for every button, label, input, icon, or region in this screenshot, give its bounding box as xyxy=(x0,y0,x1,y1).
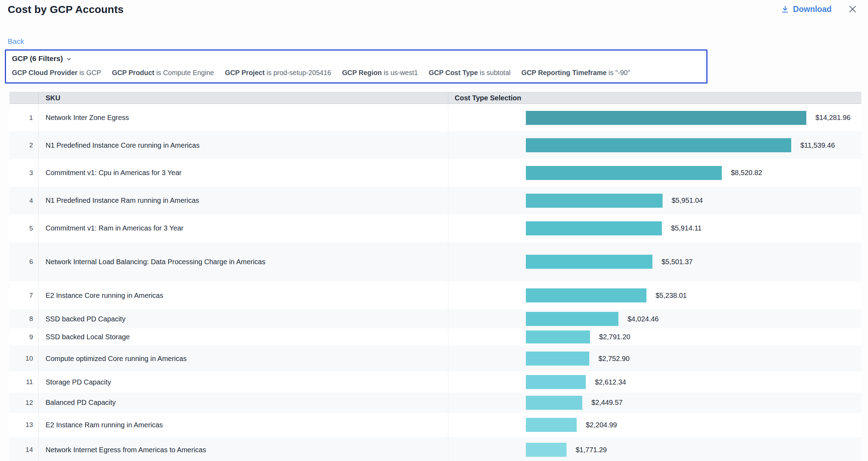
table-row: 1Network Inter Zone Egress$14,281.96 xyxy=(9,104,861,132)
filter-condition: is GCP xyxy=(77,69,101,76)
cost-value-label: $1,771.29 xyxy=(576,446,607,454)
row-index: 9 xyxy=(9,328,39,346)
table-row: 5Commitment v1: Ram in Americas for 3 Ye… xyxy=(9,214,861,242)
cost-bar xyxy=(526,312,618,326)
table-header-row: SKU Cost Type Selection xyxy=(9,92,861,104)
sku-cell: Storage PD Capacity xyxy=(39,372,448,393)
table-row: 10Compute optimized Core running in Amer… xyxy=(9,346,861,372)
cost-value-label: $2,791.20 xyxy=(599,333,630,341)
filter-group-dropdown[interactable]: GCP (6 Filters) xyxy=(12,54,72,63)
table-row: 3Commitment v1: Cpu in Americas for 3 Ye… xyxy=(9,159,861,187)
table-row: 14Network Internet Egress from Americas … xyxy=(9,437,861,461)
cost-bar xyxy=(526,221,662,235)
page-title: Cost by GCP Accounts xyxy=(8,4,124,15)
sku-cell: Network Internal Load Balancing: Data Pr… xyxy=(39,242,448,281)
cost-bar xyxy=(526,194,663,208)
top-bar: Cost by GCP Accounts Download xyxy=(0,0,868,21)
cost-table: SKU Cost Type Selection 1Network Inter Z… xyxy=(9,92,861,461)
back-link[interactable]: Back xyxy=(8,37,24,46)
row-index: 13 xyxy=(9,413,39,437)
filter-condition: is prod-setup-205416 xyxy=(265,69,331,76)
cost-bar-cell: $8,520.82 xyxy=(448,159,861,187)
cost-type-selection-column-header: Cost Type Selection xyxy=(448,92,861,103)
filter-chip: GCP Product is Compute Engine xyxy=(112,69,214,77)
filter-chip: GCP Reporting Timeframe is "-90" xyxy=(521,69,630,77)
cost-bar-cell: $2,791.20 xyxy=(448,328,861,346)
row-index: 8 xyxy=(9,309,39,328)
cost-bar-cell: $5,501.37 xyxy=(448,242,861,281)
close-icon xyxy=(848,4,857,14)
row-index: 5 xyxy=(9,214,39,242)
cost-bar xyxy=(526,255,652,269)
cost-bar xyxy=(526,375,586,389)
cost-value-label: $11,539.46 xyxy=(800,141,835,149)
sku-cell: Commitment v1: Ram in Americas for 3 Yea… xyxy=(39,214,448,242)
cost-bar xyxy=(526,443,567,457)
cost-value-label: $5,501.37 xyxy=(662,258,693,266)
cost-bar xyxy=(526,166,722,180)
chevron-down-icon xyxy=(66,56,72,62)
sku-cell: E2 Instance Ram running in Americas xyxy=(39,413,448,437)
row-index: 10 xyxy=(9,346,39,372)
filter-condition: is us-west1 xyxy=(382,69,418,76)
table-row: 2N1 Predefined Instance Core running in … xyxy=(9,132,861,159)
filter-chip: GCP Project is prod-setup-205416 xyxy=(225,69,331,77)
row-index: 12 xyxy=(9,393,39,413)
filter-chip: GCP Cost Type is subtotal xyxy=(429,69,510,77)
filter-chip: GCP Region is us-west1 xyxy=(342,69,418,77)
top-actions: Download xyxy=(781,4,857,14)
cost-bar-cell: $5,914.11 xyxy=(448,214,861,242)
filter-chip: GCP Cloud Provider is GCP xyxy=(12,69,101,77)
sku-column-header: SKU xyxy=(39,92,448,103)
row-index: 1 xyxy=(9,104,39,132)
row-index: 7 xyxy=(9,281,39,309)
filter-condition: is Compute Engine xyxy=(154,69,214,76)
cost-bar-cell: $1,771.29 xyxy=(448,437,861,461)
filter-name: GCP Reporting Timeframe xyxy=(521,69,606,76)
cost-value-label: $5,238.01 xyxy=(656,292,687,300)
cost-value-label: $4,024.46 xyxy=(628,315,659,323)
row-index: 11 xyxy=(9,372,39,393)
sku-cell: Network Internet Egress from Americas to… xyxy=(39,437,448,461)
filter-name: GCP Cloud Provider xyxy=(12,69,77,76)
download-button[interactable]: Download xyxy=(781,5,832,14)
table-row: 4N1 Predefined Instance Ram running in A… xyxy=(9,187,861,214)
filter-name: GCP Product xyxy=(112,69,154,76)
filter-name: GCP Project xyxy=(225,69,264,76)
sku-cell: SSD backed Local Storage xyxy=(39,328,448,346)
table-body: 1Network Inter Zone Egress$14,281.962N1 … xyxy=(9,104,861,461)
download-label: Download xyxy=(793,5,832,14)
cost-bar-cell: $2,449.57 xyxy=(448,393,861,413)
cost-bar xyxy=(526,330,590,343)
filter-panel: GCP (6 Filters) GCP Cloud Provider is GC… xyxy=(5,49,707,83)
row-index: 6 xyxy=(9,242,39,281)
cost-bar-cell: $5,951.04 xyxy=(448,187,861,214)
sku-cell: SSD backed PD Capacity xyxy=(39,309,448,328)
table-row: 6Network Internal Load Balancing: Data P… xyxy=(9,242,861,281)
cost-value-label: $2,752.90 xyxy=(598,355,630,363)
table-row: 9SSD backed Local Storage$2,791.20 xyxy=(9,328,861,346)
filter-condition: is "-90" xyxy=(606,69,630,76)
sku-cell: N1 Predefined Instance Core running in A… xyxy=(39,132,448,159)
cost-bar xyxy=(526,396,582,410)
filter-name: GCP Cost Type xyxy=(429,69,478,76)
row-index: 2 xyxy=(9,132,39,159)
table-row: 8SSD backed PD Capacity$4,024.46 xyxy=(9,309,861,328)
cost-bar-cell: $5,238.01 xyxy=(448,281,861,309)
table-row: 7E2 Instance Core running in Americas$5,… xyxy=(9,281,861,309)
close-button[interactable] xyxy=(848,4,857,14)
cost-value-label: $2,204.99 xyxy=(586,421,617,429)
cost-bar xyxy=(526,352,589,366)
filter-condition: is subtotal xyxy=(478,69,510,76)
cost-bar xyxy=(526,288,646,302)
row-index: 14 xyxy=(9,437,39,461)
sku-cell: N1 Predefined Instance Ram running in Am… xyxy=(39,187,448,214)
sku-cell: Compute optimized Core running in Americ… xyxy=(39,346,448,372)
table-row: 12Balanced PD Capacity$2,449.57 xyxy=(9,393,861,413)
cost-bar xyxy=(526,418,577,432)
sku-cell: E2 Instance Core running in Americas xyxy=(39,281,448,309)
cost-value-label: $2,612.34 xyxy=(595,378,626,386)
cost-value-label: $8,520.82 xyxy=(731,169,762,177)
cost-value-label: $14,281.96 xyxy=(815,114,850,122)
cost-bar-cell: $2,752.90 xyxy=(448,346,861,372)
